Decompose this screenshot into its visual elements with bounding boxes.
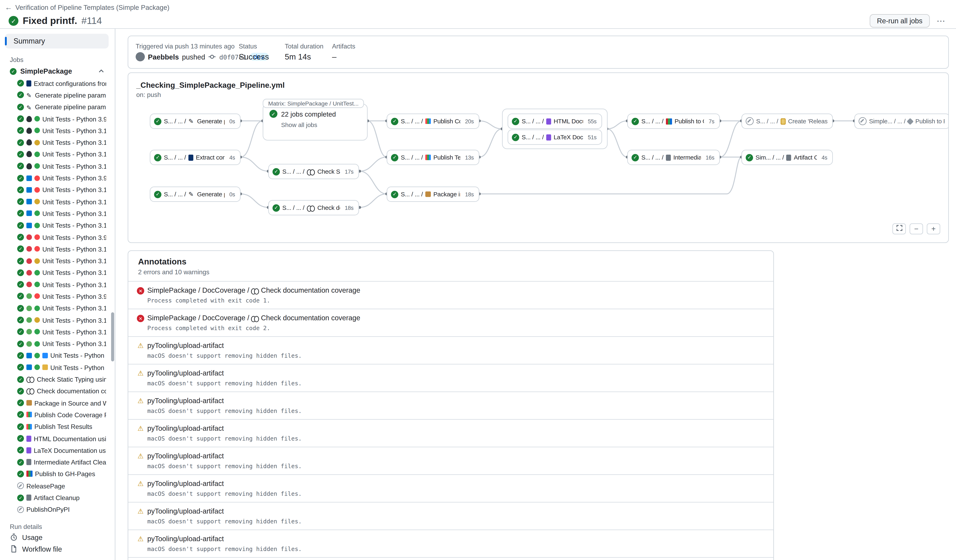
main-panel: Triggered via push 13 minutes ago Paebbe…	[115, 29, 956, 560]
graph-node-generate-params-1[interactable]: S... / ... /Generate pipelin...0s	[150, 113, 241, 129]
node-label: HTML Docume...	[553, 118, 583, 125]
graph-node-publish-gh-pages[interactable]: S... / ... /Publish to GH-P...7s	[627, 113, 720, 129]
annotation-row: SimplePackage / DocCoverage / Check docu…	[128, 281, 773, 309]
graph-node-html-documentation[interactable]: S... / ... /HTML Docume...55s	[508, 113, 602, 129]
sidebar-job-item[interactable]: LaTeX Documentation using ...	[5, 444, 108, 456]
breadcrumb-label[interactable]: Verification of Pipeline Templates (Simp…	[15, 4, 170, 11]
sidebar-job-item[interactable]: Unit Tests - Python 3.12	[5, 267, 108, 279]
matrix-summary-row: 22 jobs completed	[269, 110, 361, 118]
sidebar-job-item[interactable]: Unit Tests - Python 3.9	[5, 231, 108, 243]
penguin-icon	[27, 116, 32, 122]
sidebar-job-item[interactable]: Unit Tests - Python 3.9	[5, 290, 108, 302]
graph-node-artifact-cleanup[interactable]: Sim... / ... /Artifact Cleanup4s	[741, 150, 833, 165]
graph-node-check-static-typing[interactable]: S... / ... /Check Static Ty...17s	[268, 164, 359, 179]
sidebar-scrollbar-thumb[interactable]	[111, 312, 114, 361]
graph-node-check-doc-coverage[interactable]: S... / ... /Check docume...18s	[268, 200, 359, 215]
sidebar-job-item[interactable]: ReleasePage	[5, 480, 108, 492]
back-arrow-icon[interactable]	[5, 3, 12, 12]
annotation-title: pyTooling/upload-artifact	[147, 396, 764, 406]
sidebar-job-item[interactable]: Unit Tests - Python 3.13	[5, 338, 108, 350]
fullscreen-button[interactable]	[892, 223, 906, 234]
graph-node-generate-params-2[interactable]: S... / ... /Generate pipelin...0s	[150, 187, 241, 202]
sidebar-item-summary[interactable]: Summary	[5, 34, 108, 49]
duration-label: Total duration	[285, 42, 324, 50]
sidebar-job-item[interactable]: PublishOnPyPI	[5, 504, 108, 515]
sidebar-group-simplepackage[interactable]: SimplePackage	[5, 65, 108, 77]
run-details-item-workflow-file[interactable]: Workflow file	[5, 544, 108, 555]
sidebar-job-item[interactable]: Unit Tests - Python 3.11	[5, 314, 108, 326]
sidebar-job-item[interactable]: Unit Tests - Python 3.12	[5, 208, 108, 220]
sidebar-job-item[interactable]: Publish Code Coverage Results	[5, 409, 108, 421]
avatar[interactable]	[136, 52, 145, 61]
sidebar-job-item[interactable]: Publish to GH-Pages	[5, 468, 108, 480]
books-icon	[27, 471, 33, 477]
sidebar-job-item[interactable]: Package in Source and Wheel...	[5, 397, 108, 409]
zoom-out-button[interactable]: −	[910, 223, 923, 234]
graph-node-extract-configurations[interactable]: S... / ... /Extract configur...4s	[150, 150, 241, 165]
actor-name[interactable]: Paebbels	[148, 53, 179, 61]
rerun-all-jobs-button[interactable]: Re-run all jobs	[870, 14, 930, 28]
sidebar-job-item[interactable]: Unit Tests - Python 3.12	[5, 148, 108, 160]
sidebar-job-item[interactable]: Unit Tests - Python 3.11	[5, 255, 108, 267]
run-details-item-usage[interactable]: Usage	[5, 532, 108, 544]
sidebar-job-item[interactable]: Generate pipeline parameters	[5, 89, 108, 101]
sidebar-job-item[interactable]: Unit Tests - Python 3.9	[5, 113, 108, 125]
sidebar-job-item[interactable]: Unit Tests - Python 3.12	[5, 326, 108, 338]
graph-node-package-source-wheel[interactable]: S... / ... /Package in Sou...18s	[387, 187, 480, 202]
graph-node-publish-test-results[interactable]: S... / ... /Publish Test Re...13s	[387, 150, 480, 165]
rocket-icon	[907, 118, 914, 125]
sidebar-job-item[interactable]: Check documentation covera...	[5, 385, 108, 397]
sidebar-job-item[interactable]: Extract configurations from p...	[5, 77, 108, 89]
run-title: Fixed printf.	[23, 15, 77, 27]
sidebar-job-item[interactable]: Unit Tests - Python 3.11	[5, 196, 108, 208]
node-label: Publish to PyPI	[915, 118, 945, 125]
sidebar-job-item[interactable]: HTML Documentation using ...	[5, 433, 108, 444]
run-details-label: Run details	[5, 520, 108, 532]
sidebar-job-item[interactable]: Check Static Typing using Pyt...	[5, 373, 108, 385]
sidebar-job-item[interactable]: Unit Tests - Python 3.10	[5, 125, 108, 136]
graph-node-intermediate-artifact-cleanup[interactable]: S... / ... /Intermediate A...16s	[627, 150, 720, 165]
sidebar-job-item[interactable]: Generate pipeline parameters	[5, 101, 108, 113]
dot-green-icon	[35, 341, 40, 347]
sidebar-job-item[interactable]: Unit Tests - Python 3.12	[5, 350, 108, 361]
sidebar-job-item[interactable]: Unit Tests - Python 3.10	[5, 302, 108, 314]
job-label: Check documentation covera...	[37, 387, 106, 395]
job-label: Generate pipeline parameters	[35, 91, 106, 99]
job-label: Unit Tests - Python 3.13	[42, 162, 106, 170]
zoom-in-button[interactable]: +	[927, 223, 940, 234]
sidebar-job-item[interactable]: Publish Test Results	[5, 421, 108, 433]
dot-red-icon	[35, 234, 40, 240]
job-list: Extract configurations from p...Generate…	[5, 77, 108, 515]
sidebar-job-item[interactable]: Unit Tests - Python 3.10	[5, 184, 108, 196]
sidebar-job-item[interactable]: Unit Tests - Python 3.13	[5, 279, 108, 290]
warning-icon	[137, 452, 144, 469]
sidebar-job-item[interactable]: Unit Tests - Python 3.9	[5, 172, 108, 184]
job-label: Unit Tests - Python 3.10	[42, 127, 106, 134]
sidebar-job-item[interactable]: Unit Tests - Python 3.13	[5, 220, 108, 231]
show-all-jobs-link[interactable]: Show all jobs	[281, 121, 361, 128]
graph-node-release-page[interactable]: S... / ... /Create 'Release Pa...	[741, 113, 833, 129]
package-icon	[27, 400, 32, 406]
sidebar-job-item[interactable]: Artifact Cleanup	[5, 492, 108, 504]
sidebar-job-item[interactable]: Unit Tests - Python 3.11	[5, 136, 108, 148]
sidebar-job-item[interactable]: Intermediate Artifact Cleanup	[5, 456, 108, 468]
graph-node-publish-on-pypi[interactable]: Simple... / ... /Publish to PyPI	[854, 113, 949, 129]
windows-icon	[27, 211, 32, 216]
sidebar-job-item[interactable]: Unit Tests - Python 3.13	[5, 160, 108, 172]
annotation-path: SimplePackage / DocCoverage /	[147, 314, 249, 323]
graph-node-latex-documentation[interactable]: S... / ... /LaTeX Docume...51s	[508, 129, 602, 145]
job-label: Unit Tests - Python 3.13	[42, 281, 106, 288]
graph-node-publish-code-coverage[interactable]: S... / ... /Publish Code C...20s	[387, 113, 480, 129]
penguin-icon	[27, 151, 32, 157]
kebab-menu-button[interactable]	[934, 16, 948, 26]
apple-green-icon	[27, 341, 32, 347]
books-icon	[666, 118, 672, 124]
dot-yellow-icon	[35, 258, 40, 264]
job-label: Unit Tests - Python 3.12	[42, 210, 106, 217]
run-success-icon	[9, 16, 19, 26]
sidebar-job-item[interactable]: Unit Tests - Python 3.12	[5, 361, 108, 373]
success-icon	[10, 68, 17, 75]
error-icon	[137, 315, 144, 322]
graph-zoom-controls: − +	[892, 223, 940, 234]
sidebar-job-item[interactable]: Unit Tests - Python 3.10	[5, 243, 108, 255]
